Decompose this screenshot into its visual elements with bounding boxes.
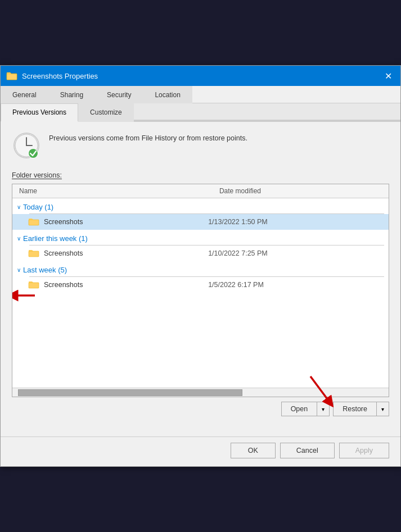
tab-general[interactable]: General	[1, 86, 48, 103]
restore-button[interactable]: Restore	[333, 402, 377, 416]
chevron-week: ∨	[17, 235, 21, 242]
folder-icon	[6, 70, 17, 81]
window-title: Screenshots Properties	[22, 72, 381, 80]
item-date: 1/10/2022 7:25 PM	[208, 249, 268, 257]
versions-list: Name Date modified ∨ Today (1) Scree	[12, 184, 389, 397]
group-lastweek-label: Last week (5)	[23, 266, 67, 274]
item-name: Screenshots	[44, 249, 208, 257]
window: Screenshots Properties ✕ General Sharing…	[0, 65, 401, 467]
tab-customize[interactable]: Customize	[78, 103, 134, 122]
tab-previous-versions[interactable]: Previous Versions	[1, 103, 78, 122]
scrollbar-thumb[interactable]	[18, 389, 242, 396]
group-lastweek-header: ∨ Last week (5)	[12, 261, 389, 276]
list-header: Name Date modified	[12, 184, 389, 198]
item-date: 1/5/2022 6:17 PM	[208, 281, 264, 289]
action-buttons-container: Open ▾ Restore ▾	[12, 402, 389, 416]
tab-sharing[interactable]: Sharing	[48, 86, 95, 103]
list-item[interactable]: Screenshots 1/5/2022 6:17 PM	[12, 277, 389, 293]
tabs-row2-spacer	[134, 103, 400, 121]
group-today-label: Today (1)	[23, 203, 53, 211]
item-name: Screenshots	[44, 281, 208, 289]
restore-button-group: Restore ▾	[333, 402, 389, 416]
header-name: Name	[12, 187, 219, 195]
group-today-header: ∨ Today (1)	[12, 198, 389, 213]
bottom-buttons: OK Cancel Apply	[1, 436, 400, 466]
chevron-lastweek: ∨	[17, 267, 21, 273]
tab-location[interactable]: Location	[143, 86, 192, 103]
red-arrow-left	[12, 284, 35, 307]
tabs-row1: General Sharing Security Location	[1, 86, 400, 103]
apply-button[interactable]: Apply	[339, 443, 389, 458]
item-name: Screenshots	[44, 218, 208, 226]
folder-versions-label: Folder versions:	[12, 171, 389, 179]
ok-button[interactable]: OK	[231, 443, 276, 458]
group-week-label: Earlier this week (1)	[23, 234, 88, 243]
svg-line-9	[310, 376, 330, 403]
cancel-button[interactable]: Cancel	[280, 443, 335, 458]
tabs-row2: Previous Versions Customize	[1, 103, 400, 122]
title-bar: Screenshots Properties ✕	[1, 66, 400, 86]
clock-icon	[12, 131, 41, 160]
folder-item-icon	[28, 217, 39, 227]
header-date: Date modified	[219, 187, 389, 195]
close-button[interactable]: ✕	[381, 69, 395, 83]
info-row: Previous versions come from File History…	[12, 131, 389, 160]
red-arrow-down	[299, 374, 339, 407]
item-date: 1/13/2022 1:50 PM	[208, 218, 268, 226]
info-text: Previous versions come from File History…	[49, 131, 247, 144]
chevron-today: ∨	[17, 204, 21, 210]
list-item[interactable]: Screenshots 1/13/2022 1:50 PM	[12, 214, 389, 230]
list-body[interactable]: ∨ Today (1) Screenshots 1/13/2022 1:50 P…	[12, 198, 389, 388]
list-item[interactable]: Screenshots 1/10/2022 7:25 PM	[12, 245, 389, 261]
content-area: Previous versions come from File History…	[1, 122, 400, 436]
folder-item-icon	[28, 248, 39, 258]
tab-security[interactable]: Security	[95, 86, 143, 103]
restore-dropdown[interactable]: ▾	[377, 402, 389, 416]
group-week-header: ∨ Earlier this week (1)	[12, 230, 389, 245]
